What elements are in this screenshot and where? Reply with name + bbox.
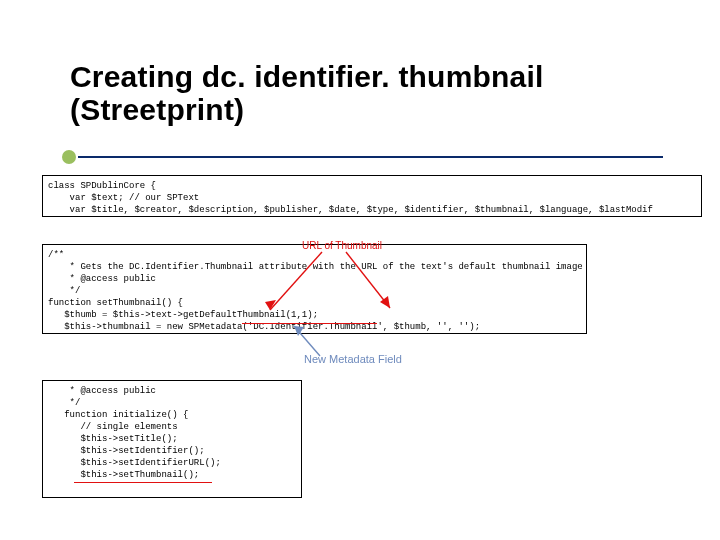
red-underline-setthumbnail [74, 482, 212, 483]
annotation-url-of-thumbnail: URL of Thumbnail [302, 240, 382, 251]
horizontal-rule [78, 156, 663, 158]
slide: Creating dc. identifier. thumbnail (Stre… [0, 0, 720, 540]
slide-title: Creating dc. identifier. thumbnail (Stre… [70, 60, 544, 126]
code-block-set-thumbnail: /** * Gets the DC.Identifier.Thumbnail a… [42, 244, 587, 334]
red-underline-metadata [242, 323, 377, 324]
code-block-initialize: * @access public */ function initialize(… [42, 380, 302, 498]
code-block-class-decl: class SPDublinCore { var $text; // our S… [42, 175, 702, 217]
annotation-new-metadata-field: New Metadata Field [304, 353, 402, 365]
bullet-decoration [62, 150, 76, 164]
